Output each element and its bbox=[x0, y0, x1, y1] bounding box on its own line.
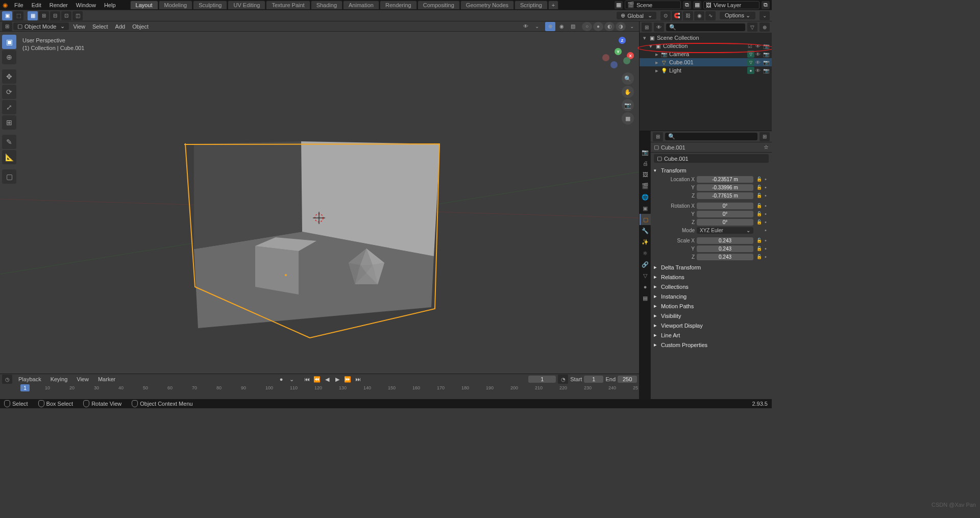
prop-tab-render[interactable]: 📷 bbox=[640, 146, 651, 158]
outliner-filter-icon[interactable]: ▽ bbox=[747, 22, 757, 32]
gizmo-y-axis[interactable]: Y bbox=[615, 48, 622, 55]
lock-icon[interactable]: 🔓 bbox=[755, 210, 763, 217]
tool-transform[interactable]: ⊞ bbox=[2, 115, 16, 130]
panel-line-art[interactable]: ▸Line Art bbox=[651, 330, 772, 340]
render-icon[interactable]: 📷 bbox=[763, 43, 770, 49]
shading-matprev-icon[interactable]: ◐ bbox=[604, 22, 615, 31]
nav-camera-icon[interactable]: 📷 bbox=[622, 99, 634, 111]
select-mode-intersect-icon[interactable]: ⊡ bbox=[61, 11, 71, 20]
lock-icon[interactable]: 🔓 bbox=[755, 184, 763, 191]
lock-icon[interactable]: 🔓 bbox=[755, 245, 763, 252]
prop-tab-output[interactable]: 🖨 bbox=[640, 158, 651, 169]
tool-cursor[interactable]: ⊕ bbox=[2, 50, 16, 64]
panel-custom-properties[interactable]: ▸Custom Properties bbox=[651, 340, 772, 350]
tl-keying[interactable]: Keying bbox=[47, 376, 71, 382]
panel-collections[interactable]: ▸Collections bbox=[651, 282, 772, 291]
menu-edit[interactable]: Edit bbox=[28, 2, 45, 8]
tab-add[interactable]: + bbox=[548, 1, 558, 9]
rotation-x-field[interactable]: 0° bbox=[697, 203, 753, 209]
tree-scene-collection[interactable]: ▾ ▣ Scene Collection bbox=[640, 34, 772, 42]
outliner-new-collection-icon[interactable]: ⊕ bbox=[760, 22, 770, 32]
gizmo-z-axis[interactable]: Z bbox=[619, 37, 626, 44]
jump-end-icon[interactable]: ⏭ bbox=[353, 375, 362, 383]
prop-tab-particles[interactable]: ✨ bbox=[640, 236, 651, 248]
tab-layout[interactable]: Layout bbox=[130, 1, 158, 9]
lock-icon[interactable]: 🔓 bbox=[755, 192, 763, 199]
snap-type-icon[interactable]: ⛓ bbox=[683, 11, 693, 20]
tab-texture-paint[interactable]: Texture Paint bbox=[266, 1, 310, 9]
eye-icon[interactable]: 👁 bbox=[754, 43, 762, 49]
select-mode-set-icon[interactable]: ▦ bbox=[28, 11, 38, 20]
location-y-field[interactable]: -0.33996 m bbox=[697, 184, 753, 191]
scene-name-field[interactable]: 🎬Scene bbox=[625, 1, 681, 9]
render-icon[interactable]: 📷 bbox=[763, 52, 770, 57]
prop-tab-object[interactable]: ▢ bbox=[640, 214, 651, 225]
vp-menu-view[interactable]: View bbox=[70, 23, 88, 30]
editor-type-icon[interactable]: ⊞ bbox=[2, 22, 12, 31]
prop-breadcrumb[interactable]: ▢ Cube.001 ☆ bbox=[651, 142, 772, 153]
mode-select[interactable]: ▢Object Mode⌄ bbox=[13, 22, 69, 30]
menu-render[interactable]: Render bbox=[45, 2, 72, 8]
nav-zoom-icon[interactable]: 🔍 bbox=[622, 72, 634, 85]
tl-marker[interactable]: Marker bbox=[95, 376, 118, 382]
shading-solid-icon[interactable]: ● bbox=[593, 22, 603, 31]
timeline-ruler[interactable]: 1 01020304050607080901001101201301401501… bbox=[0, 384, 639, 399]
proportional-type-icon[interactable]: ∿ bbox=[705, 11, 716, 20]
autokey-dropdown-icon[interactable]: ⌄ bbox=[287, 375, 296, 383]
location-x-field[interactable]: -0.23517 m bbox=[697, 176, 753, 183]
prop-tab-material[interactable]: ● bbox=[640, 281, 651, 292]
play-icon[interactable]: ▶ bbox=[333, 375, 342, 383]
scene-browse-icon[interactable]: ▦ bbox=[615, 1, 623, 9]
autokey-toggle-icon[interactable]: ● bbox=[277, 375, 286, 383]
pin-icon[interactable]: ☆ bbox=[764, 144, 769, 151]
scale-y-field[interactable]: 0.243 bbox=[697, 245, 753, 252]
start-frame-field[interactable]: 1 bbox=[584, 376, 603, 383]
shading-options-icon[interactable]: ⌄ bbox=[627, 22, 637, 31]
nav-gizmo[interactable]: Z Y X bbox=[602, 37, 634, 68]
mesh-data-icon[interactable]: ▽ bbox=[747, 59, 754, 66]
outliner-editor-icon[interactable]: ⊞ bbox=[642, 22, 652, 32]
tree-collection[interactable]: ▾ ▣ Collection ☑ 👁 📷 bbox=[640, 42, 772, 50]
rotation-y-field[interactable]: 0° bbox=[697, 211, 753, 217]
prop-tab-physics[interactable]: ⚛ bbox=[640, 248, 651, 259]
scale-z-field[interactable]: 0.243 bbox=[697, 254, 753, 260]
visibility-dropdown-icon[interactable]: ⌄ bbox=[532, 22, 542, 31]
eye-icon[interactable]: 👁 bbox=[754, 68, 762, 73]
expand-icon[interactable]: ▸ bbox=[654, 59, 660, 66]
timeline-editor-icon[interactable]: ◷ bbox=[2, 375, 12, 384]
vp-menu-add[interactable]: Add bbox=[112, 23, 129, 30]
camera-data-icon[interactable]: ▽ bbox=[747, 51, 754, 58]
menu-file[interactable]: File bbox=[10, 2, 28, 8]
gizmo-toggle-icon[interactable]: ⊕ bbox=[545, 22, 555, 31]
tab-sculpting[interactable]: Sculpting bbox=[193, 1, 227, 9]
gizmo-neg-x[interactable] bbox=[602, 54, 609, 61]
panel-delta-transform[interactable]: ▸Delta Transform bbox=[651, 262, 772, 272]
gizmo-neg-z[interactable] bbox=[610, 61, 618, 68]
tool-rotate[interactable]: ⟳ bbox=[2, 85, 16, 99]
orientation-select[interactable]: ⊕Global⌄ bbox=[617, 12, 656, 19]
tool-move[interactable]: ✥ bbox=[2, 69, 16, 84]
tab-rendering[interactable]: Rendering bbox=[380, 1, 417, 9]
tool-add-cube[interactable]: ▢ bbox=[2, 169, 16, 184]
options-dropdown[interactable]: Options ⌄ bbox=[720, 12, 755, 19]
shading-rendered-icon[interactable]: ◑ bbox=[616, 22, 626, 31]
viewlayer-new-icon[interactable]: ⧉ bbox=[762, 1, 770, 9]
tree-cube-001[interactable]: ▸ ▽ Cube.001 ▽ 👁 📷 bbox=[640, 58, 772, 66]
lock-icon[interactable]: 🔓 bbox=[755, 237, 763, 244]
next-key-icon[interactable]: ⏩ bbox=[343, 375, 352, 383]
tab-scripting[interactable]: Scripting bbox=[514, 1, 548, 9]
viewlayer-browse-icon[interactable]: ▦ bbox=[693, 1, 701, 9]
prop-tab-constraint[interactable]: 🔗 bbox=[640, 259, 651, 270]
panel-viewport-display[interactable]: ▸Viewport Display bbox=[651, 320, 772, 330]
prop-search[interactable]: 🔍 bbox=[665, 133, 757, 140]
vp-menu-object[interactable]: Object bbox=[129, 23, 152, 30]
prop-tab-scene[interactable]: 🎬 bbox=[640, 180, 651, 191]
scene-new-icon[interactable]: ⧉ bbox=[683, 1, 691, 9]
xray-icon[interactable]: ▧ bbox=[568, 22, 578, 31]
panel-visibility[interactable]: ▸Visibility bbox=[651, 311, 772, 320]
tab-uv-editing[interactable]: UV Editing bbox=[228, 1, 265, 9]
selectability-icon[interactable]: 👁 bbox=[521, 22, 531, 31]
tab-modeling[interactable]: Modeling bbox=[159, 1, 193, 9]
tab-shading[interactable]: Shading bbox=[311, 1, 342, 9]
render-icon[interactable]: 📷 bbox=[763, 68, 770, 73]
